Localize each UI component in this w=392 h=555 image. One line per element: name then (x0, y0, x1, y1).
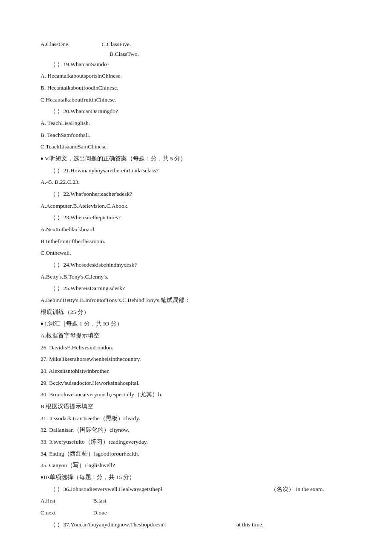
q24-stem: （ ）24.Whosedeskisbehindmydesk? (40, 259, 352, 271)
item-31: 31. It'ssodark.Ican'tseethe（黑板）clearly. (40, 413, 352, 424)
q19-opt-c: C.HecantalkaboutfruitinChinese. (40, 94, 352, 106)
q24-options: A.Betty's.B.Tony's.C.Jenny's. (40, 271, 352, 283)
q36-stem-line: （ ）36.Johnstudiesverywell.Healwaysgetsth… (40, 483, 352, 495)
q21-options: A.45. B.22.C.23. (40, 176, 352, 188)
q18-options-line1: A.ClassOne. C.ClassFive. (40, 38, 352, 50)
q23-opt-a: A.Nexttotheblackboard. (40, 224, 352, 235)
q23-opt-c: C.Onthewall. (40, 247, 352, 259)
q22-stem: （ ）22.What'sonherteacher'sdesk? (40, 188, 352, 200)
q19-stem: （ ）19.WhatcanSamdo? (40, 58, 352, 70)
part-b-heading: B.根据汉语提示填空 (40, 401, 352, 413)
basic-training-heading: 根底训练（25 分） (40, 306, 352, 318)
q18-opt-b: B.ClassTwo. (40, 50, 352, 58)
q37-stem: （ ）37.Youcan'tbuyanythingnow.Theshopdoes… (50, 521, 166, 528)
q20-opt-c: C.TeachLisaandSamChinese. (40, 141, 352, 153)
q18-opt-c: C.ClassFive. (101, 38, 131, 50)
q25-options: A.BehindBetty's.B.InfrontofTony's.C.Behi… (40, 294, 352, 306)
q25-stem: （ ）25.WhereisDarning'sdesk? (40, 282, 352, 294)
q36-options-line1: A.first B.last (40, 495, 352, 507)
q20-opt-a: A. TeachLisaEnglish. (40, 117, 352, 129)
item-33: 33. It'sveryusefulto（练习）readingeveryday. (40, 436, 352, 448)
q18-opt-a: A.ClassOne. (40, 38, 100, 50)
q37-stem-line: （ ）37.Youcan'tbuyanythingnow.Theshopdoes… (40, 519, 352, 531)
section-ii-heading: ♦II•单项选择（每题 1 分，共 15 分） (40, 471, 352, 483)
section-v-heading: ♦ V.听短文，选出问题的正确答案（每题 1 分，共 5 分） (40, 153, 352, 165)
q37-tail: at this time. (236, 519, 263, 531)
item-32: 32. Dalianisan（国际化的）citynow. (40, 424, 352, 436)
q36-options-line2: C.next D.one (40, 507, 352, 519)
item-29: 29. Bccky'suisadoctor.Heworksinahospital… (40, 377, 352, 389)
item-28: 28. Alexsitsntohistwinbrother. (40, 365, 352, 377)
item-35: 35. Canyou（写）Englishwell? (40, 459, 352, 471)
q36-opt-d: D.one (93, 507, 107, 519)
q19-opt-b: B. HecantalkaboutfoodinChinese. (40, 82, 352, 94)
q20-stem: （ ）20.WhatcanDarningdo? (40, 105, 352, 117)
q23-stem: （ ）23.Wherearethepictures? (40, 212, 352, 224)
q20-opt-b: B. TeachSamfootball. (40, 129, 352, 141)
q23-opt-b: B.Inthefrontoftheclassroom. (40, 235, 352, 247)
q36-stem: （ ）36.Johnstudiesverywell.Healwaysgetsth… (50, 486, 162, 492)
section-i-heading: ♦ I.词汇［每题 1 分，共 IO 分） (40, 318, 352, 330)
q22-options: A.Acomputer.B.Atelevision.C.Abook. (40, 200, 352, 212)
q36-opt-c: C.next (40, 507, 92, 519)
part-a-heading: A.根据首字母提示填空 (40, 330, 352, 342)
item-34: 34. Eating（西红柿）isgoodforourhealth. (40, 448, 352, 460)
q19-opt-a: A. HecantalkaboutsportsinChinese. (40, 70, 352, 82)
q36-opt-b: B.last (93, 495, 106, 507)
document-page: A.ClassOne. C.ClassFive. B.ClassTwo. （ ）… (0, 0, 392, 555)
item-30: 30. Brunolovesmeatverymuch,especially（尤其… (40, 389, 352, 401)
q36-opt-a: A.first (40, 495, 92, 507)
item-26: 26. DavidisE.HelivesinLondon. (40, 342, 352, 354)
q36-tail: （名次） in the exam. (271, 483, 324, 495)
item-27: 27. Mikelikesrahorsewhenheisinthecountry… (40, 353, 352, 365)
q21-stem: （ ）21.HowmanyboysarethereinLinda'sclass? (40, 165, 352, 177)
